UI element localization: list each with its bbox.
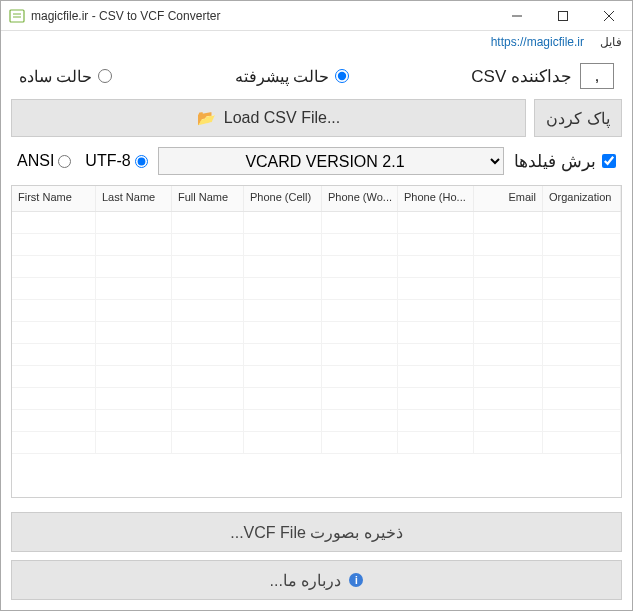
svg-rect-0: [10, 10, 24, 22]
encoding-ansi-input[interactable]: [58, 155, 71, 168]
mode-advanced-radio[interactable]: حالت پیشرفته: [235, 67, 349, 86]
table-header: First Name Last Name Full Name Phone (Ce…: [12, 186, 621, 212]
table-row: [12, 256, 621, 278]
action-row: پاک کردن ...Load CSV File 📂: [11, 99, 622, 137]
col-last-name[interactable]: Last Name: [96, 186, 172, 211]
clear-button[interactable]: پاک کردن: [534, 99, 622, 137]
col-organization[interactable]: Organization: [543, 186, 621, 211]
close-button[interactable]: [586, 1, 632, 30]
load-csv-label: ...Load CSV File: [224, 109, 341, 127]
col-full-name[interactable]: Full Name: [172, 186, 244, 211]
table-row: [12, 410, 621, 432]
table-body: [12, 212, 621, 497]
table-row: [12, 366, 621, 388]
table-row: [12, 322, 621, 344]
save-vcf-button[interactable]: ...VCF File ذخیره بصورت: [11, 512, 622, 552]
file-menu[interactable]: فایل: [600, 35, 622, 49]
encoding-group: ANSI UTF-8: [17, 152, 148, 170]
app-window: magicfile.ir - CSV to VCF Converter http…: [0, 0, 633, 611]
about-label: ...درباره ما: [270, 571, 342, 590]
table-row: [12, 300, 621, 322]
mode-simple-input[interactable]: [98, 69, 112, 83]
trim-fields-label: برش فیلدها: [514, 151, 596, 172]
website-link[interactable]: https://magicfile.ir: [491, 35, 584, 49]
table-row: [12, 212, 621, 234]
col-email[interactable]: Email: [474, 186, 543, 211]
table-row: [12, 388, 621, 410]
col-phone-cell[interactable]: Phone (Cell): [244, 186, 322, 211]
menubar: https://magicfile.ir فایل: [1, 31, 632, 53]
window-title: magicfile.ir - CSV to VCF Converter: [31, 9, 494, 23]
info-icon: i: [349, 573, 363, 587]
maximize-button[interactable]: [540, 1, 586, 30]
separator-label: جداکننده CSV: [471, 66, 572, 87]
encoding-utf8-input[interactable]: [135, 155, 148, 168]
about-button[interactable]: ...درباره ما i: [11, 560, 622, 600]
folder-open-icon: 📂: [197, 109, 216, 127]
app-icon: [9, 8, 25, 24]
titlebar: magicfile.ir - CSV to VCF Converter: [1, 1, 632, 31]
mode-advanced-input[interactable]: [335, 69, 349, 83]
bottom-buttons: ...VCF File ذخیره بصورت ...درباره ما i: [11, 512, 622, 600]
settings-row: جداکننده CSV حالت پیشرفته حالت ساده: [11, 61, 622, 91]
encoding-ansi-label: ANSI: [17, 152, 54, 170]
separator-group: جداکننده CSV: [471, 63, 614, 89]
content-area: جداکننده CSV حالت پیشرفته حالت ساده پاک …: [1, 53, 632, 610]
encoding-ansi-radio[interactable]: ANSI: [17, 152, 71, 170]
clear-button-label: پاک کردن: [546, 109, 609, 128]
options-row: برش فیلدها VCARD VERSION 2.1 ANSI UTF-8: [11, 145, 622, 177]
table-row: [12, 278, 621, 300]
col-phone-work[interactable]: Phone (Wo...: [322, 186, 398, 211]
mode-simple-radio[interactable]: حالت ساده: [19, 67, 112, 86]
trim-fields-checkbox[interactable]: برش فیلدها: [514, 151, 616, 172]
window-controls: [494, 1, 632, 30]
encoding-utf8-label: UTF-8: [85, 152, 130, 170]
mode-simple-label: حالت ساده: [19, 67, 92, 86]
vcard-version-select[interactable]: VCARD VERSION 2.1: [158, 147, 505, 175]
data-table: First Name Last Name Full Name Phone (Ce…: [11, 185, 622, 498]
separator-input[interactable]: [580, 63, 614, 89]
load-csv-button[interactable]: ...Load CSV File 📂: [11, 99, 526, 137]
encoding-utf8-radio[interactable]: UTF-8: [85, 152, 147, 170]
col-first-name[interactable]: First Name: [12, 186, 96, 211]
table-row: [12, 234, 621, 256]
col-phone-home[interactable]: Phone (Ho...: [398, 186, 474, 211]
minimize-button[interactable]: [494, 1, 540, 30]
save-vcf-label: ...VCF File ذخیره بصورت: [230, 523, 402, 542]
svg-rect-2: [559, 11, 568, 20]
table-row: [12, 344, 621, 366]
table-row: [12, 432, 621, 454]
mode-advanced-label: حالت پیشرفته: [235, 67, 329, 86]
trim-fields-input[interactable]: [602, 154, 616, 168]
